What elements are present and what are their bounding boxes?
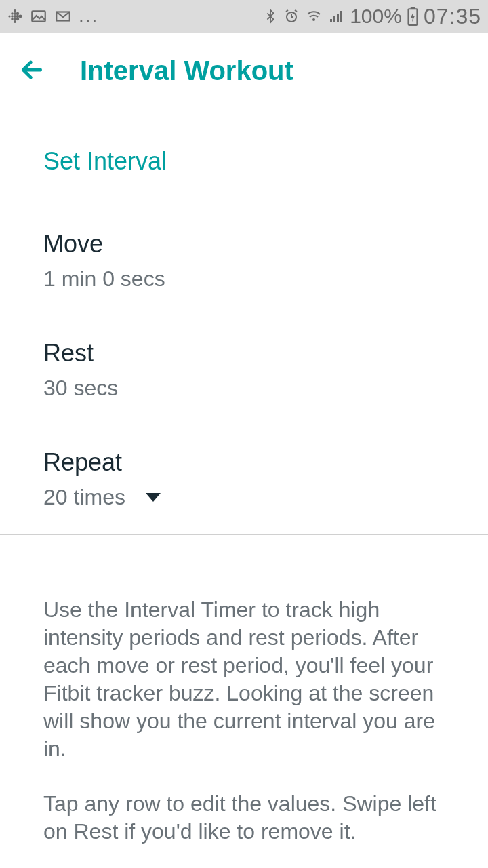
svg-point-5 xyxy=(14,12,16,15)
svg-point-7 xyxy=(14,18,16,20)
svg-point-6 xyxy=(14,15,16,18)
svg-rect-13 xyxy=(32,11,45,21)
row-rest[interactable]: Rest 30 secs xyxy=(43,292,445,401)
svg-point-1 xyxy=(11,12,14,15)
back-arrow-icon[interactable] xyxy=(19,57,45,85)
battery-percent: 100% xyxy=(350,5,402,28)
status-clock: 07:35 xyxy=(424,4,481,29)
page-title: Interval Workout xyxy=(80,56,293,86)
more-dots: ... xyxy=(79,5,98,27)
bluetooth-icon xyxy=(263,7,278,25)
info-paragraph-1: Use the Interval Timer to track high int… xyxy=(43,596,445,763)
svg-line-19 xyxy=(295,10,297,12)
svg-rect-21 xyxy=(330,19,332,22)
row-move[interactable]: Move 1 min 0 secs xyxy=(43,182,445,292)
svg-point-9 xyxy=(16,12,19,15)
svg-point-2 xyxy=(11,15,14,18)
svg-line-18 xyxy=(286,10,288,12)
signal-icon xyxy=(328,8,344,24)
status-left: ... xyxy=(7,5,98,27)
move-value: 1 min 0 secs xyxy=(43,258,445,292)
app-header: Interval Workout xyxy=(0,33,488,109)
svg-point-10 xyxy=(16,15,19,18)
svg-rect-22 xyxy=(333,16,336,22)
repeat-value: 20 times xyxy=(43,485,125,510)
svg-point-8 xyxy=(14,20,16,23)
svg-point-3 xyxy=(11,18,14,20)
info-block: Use the Interval Timer to track high int… xyxy=(0,535,488,868)
fitbit-icon xyxy=(7,8,23,24)
wifi-icon xyxy=(305,8,323,24)
section-header-set-interval: Set Interval xyxy=(43,109,445,182)
repeat-label: Repeat xyxy=(43,448,445,477)
info-paragraph-2: Tap any row to edit the values. Swipe le… xyxy=(43,790,445,846)
picture-icon xyxy=(30,7,47,25)
rest-value: 30 secs xyxy=(43,368,445,401)
status-right: 100% 07:35 xyxy=(263,4,481,29)
battery-charging-icon xyxy=(407,7,418,26)
svg-point-20 xyxy=(312,18,315,21)
svg-point-4 xyxy=(14,9,16,12)
mail-icon xyxy=(54,7,72,25)
chevron-down-icon[interactable] xyxy=(146,493,161,502)
svg-marker-27 xyxy=(411,12,415,22)
alarm-icon xyxy=(283,8,300,24)
svg-point-0 xyxy=(8,15,10,17)
row-repeat[interactable]: Repeat 20 times xyxy=(43,401,445,510)
svg-rect-24 xyxy=(340,11,342,22)
move-label: Move xyxy=(43,230,445,258)
status-bar: ... 100% 07:35 xyxy=(0,0,488,33)
svg-point-11 xyxy=(16,18,19,20)
svg-point-12 xyxy=(19,15,22,18)
svg-rect-23 xyxy=(337,14,339,22)
rest-label: Rest xyxy=(43,339,445,368)
svg-rect-26 xyxy=(411,7,415,9)
